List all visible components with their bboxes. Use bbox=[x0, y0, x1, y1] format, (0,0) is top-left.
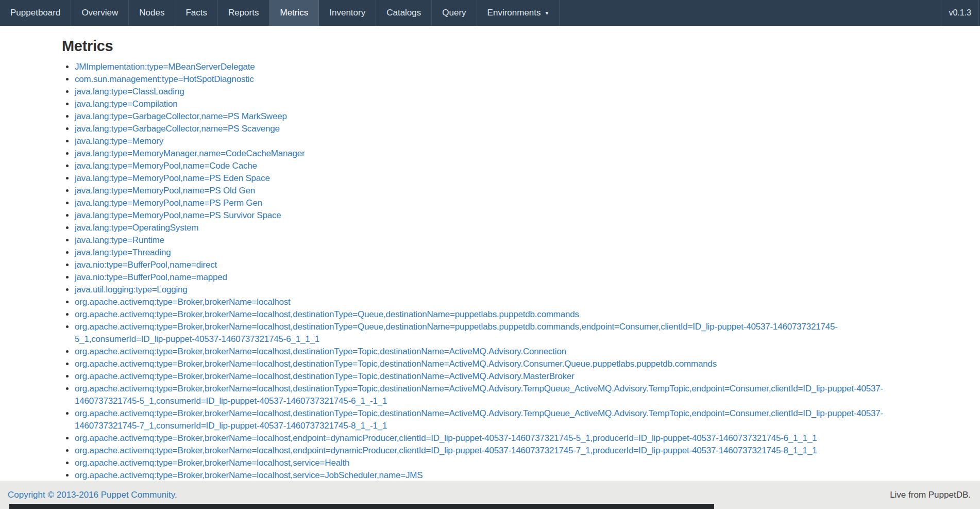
metric-list-item: java.lang:type=MemoryPool,name=PS Surviv… bbox=[75, 209, 918, 222]
metric-link[interactable]: java.nio:type=BufferPool,name=direct bbox=[75, 260, 217, 270]
metric-link[interactable]: com.sun.management:type=HotSpotDiagnosti… bbox=[75, 74, 254, 84]
metric-link[interactable]: java.lang:type=MemoryPool,name=PS Surviv… bbox=[75, 210, 281, 220]
main-content: Metrics JMImplementation:type=MBeanServe… bbox=[0, 26, 980, 509]
metric-link[interactable]: java.lang:type=ClassLoading bbox=[75, 87, 184, 96]
metric-link[interactable]: java.lang:type=MemoryPool,name=PS Old Ge… bbox=[75, 186, 255, 195]
metric-list-item: org.apache.activemq:type=Broker,brokerNa… bbox=[75, 432, 918, 445]
copyright-period: . bbox=[175, 490, 177, 500]
metric-list-item: org.apache.activemq:type=Broker,brokerNa… bbox=[75, 469, 918, 482]
metric-list-item: java.lang:type=Runtime bbox=[75, 234, 918, 247]
metrics-list: JMImplementation:type=MBeanServerDelegat… bbox=[62, 61, 918, 482]
metric-list-item: com.sun.management:type=HotSpotDiagnosti… bbox=[75, 73, 918, 86]
nav-item-nodes[interactable]: Nodes bbox=[129, 0, 175, 26]
metric-list-item: java.lang:type=ClassLoading bbox=[75, 86, 918, 98]
metric-list-item: java.lang:type=MemoryPool,name=PS Old Ge… bbox=[75, 185, 918, 197]
nav-item-reports[interactable]: Reports bbox=[218, 0, 270, 26]
metric-link[interactable]: org.apache.activemq:type=Broker,brokerNa… bbox=[75, 371, 575, 381]
metric-link[interactable]: java.lang:type=Threading bbox=[75, 248, 171, 257]
nav-item-catalogs[interactable]: Catalogs bbox=[376, 0, 432, 26]
nav-item-environments[interactable]: Environments▾ bbox=[477, 0, 560, 26]
nav-item-overview[interactable]: Overview bbox=[71, 0, 129, 26]
metric-list-item: org.apache.activemq:type=Broker,brokerNa… bbox=[75, 445, 918, 457]
metric-link[interactable]: java.lang:type=GarbageCollector,name=PS … bbox=[75, 124, 280, 134]
metric-link[interactable]: org.apache.activemq:type=Broker,brokerNa… bbox=[75, 446, 817, 455]
metric-link[interactable]: org.apache.activemq:type=Broker,brokerNa… bbox=[75, 384, 883, 406]
nav-item-query[interactable]: Query bbox=[432, 0, 477, 26]
metric-link[interactable]: org.apache.activemq:type=Broker,brokerNa… bbox=[75, 309, 579, 319]
metric-list-item: java.lang:type=MemoryPool,name=PS Perm G… bbox=[75, 197, 918, 209]
metric-link[interactable]: java.nio:type=BufferPool,name=mapped bbox=[75, 272, 227, 282]
navbar-spacer bbox=[560, 0, 941, 26]
chevron-down-icon: ▾ bbox=[546, 9, 549, 17]
metric-list-item: java.lang:type=MemoryManager,name=CodeCa… bbox=[75, 147, 918, 160]
metric-link[interactable]: org.apache.activemq:type=Broker,brokerNa… bbox=[75, 297, 291, 307]
footer-live-status: Live from PuppetDB. bbox=[890, 490, 971, 500]
metric-list-item: java.util.logging:type=Logging bbox=[75, 284, 918, 296]
metric-list-item: java.lang:type=Memory bbox=[75, 135, 918, 147]
metric-list-item: java.lang:type=MemoryPool,name=PS Eden S… bbox=[75, 172, 918, 185]
background-window-strip bbox=[9, 504, 714, 509]
metric-link[interactable]: java.lang:type=MemoryPool,name=PS Perm G… bbox=[75, 198, 262, 208]
metric-list-item: java.lang:type=GarbageCollector,name=PS … bbox=[75, 110, 918, 123]
metric-link[interactable]: org.apache.activemq:type=Broker,brokerNa… bbox=[75, 322, 838, 344]
footer-copyright: Copyright © 2013-2016 Puppet Community. bbox=[8, 490, 177, 500]
metric-link[interactable]: org.apache.activemq:type=Broker,brokerNa… bbox=[75, 347, 566, 356]
metric-link[interactable]: JMImplementation:type=MBeanServerDelegat… bbox=[75, 62, 255, 72]
metric-list-item: JMImplementation:type=MBeanServerDelegat… bbox=[75, 61, 918, 73]
metric-link[interactable]: java.lang:type=Memory bbox=[75, 136, 163, 146]
metric-list-item: java.lang:type=Compilation bbox=[75, 98, 918, 110]
metric-list-item: java.nio:type=BufferPool,name=mapped bbox=[75, 271, 918, 284]
metric-list-item: org.apache.activemq:type=Broker,brokerNa… bbox=[75, 407, 918, 432]
metric-list-item: java.lang:type=OperatingSystem bbox=[75, 222, 918, 234]
page-title: Metrics bbox=[62, 37, 918, 55]
nav-item-facts[interactable]: Facts bbox=[175, 0, 218, 26]
metric-link[interactable]: java.lang:type=MemoryManager,name=CodeCa… bbox=[75, 149, 305, 158]
metric-link[interactable]: java.lang:type=OperatingSystem bbox=[75, 223, 198, 233]
metric-list-item: org.apache.activemq:type=Broker,brokerNa… bbox=[75, 308, 918, 321]
metric-list-item: java.nio:type=BufferPool,name=direct bbox=[75, 259, 918, 271]
metric-list-item: org.apache.activemq:type=Broker,brokerNa… bbox=[75, 358, 918, 370]
nav-item-inventory[interactable]: Inventory bbox=[319, 0, 376, 26]
metric-link[interactable]: org.apache.activemq:type=Broker,brokerNa… bbox=[75, 359, 717, 369]
metric-list-item: java.lang:type=MemoryPool,name=Code Cach… bbox=[75, 160, 918, 172]
metric-link[interactable]: java.lang:type=GarbageCollector,name=PS … bbox=[75, 111, 287, 121]
metric-list-item: org.apache.activemq:type=Broker,brokerNa… bbox=[75, 346, 918, 358]
nav-item-puppetboard[interactable]: Puppetboard bbox=[0, 0, 71, 26]
metric-link[interactable]: java.lang:type=Compilation bbox=[75, 99, 177, 109]
metric-list-item: org.apache.activemq:type=Broker,brokerNa… bbox=[75, 321, 918, 346]
metric-list-item: org.apache.activemq:type=Broker,brokerNa… bbox=[75, 370, 918, 383]
metric-list-item: org.apache.activemq:type=Broker,brokerNa… bbox=[75, 457, 918, 469]
metric-link[interactable]: java.lang:type=Runtime bbox=[75, 235, 164, 245]
metric-list-item: java.lang:type=Threading bbox=[75, 247, 918, 259]
metric-link[interactable]: java.lang:type=MemoryPool,name=PS Eden S… bbox=[75, 173, 270, 183]
metric-link[interactable]: org.apache.activemq:type=Broker,brokerNa… bbox=[75, 458, 349, 468]
metric-link[interactable]: org.apache.activemq:type=Broker,brokerNa… bbox=[75, 470, 423, 480]
metric-list-item: java.lang:type=GarbageCollector,name=PS … bbox=[75, 123, 918, 135]
navbar-items: PuppetboardOverviewNodesFactsReportsMetr… bbox=[0, 0, 560, 26]
navbar: PuppetboardOverviewNodesFactsReportsMetr… bbox=[0, 0, 980, 26]
metric-link[interactable]: org.apache.activemq:type=Broker,brokerNa… bbox=[75, 433, 817, 443]
version-badge: v0.1.3 bbox=[941, 0, 979, 26]
metric-list-item: org.apache.activemq:type=Broker,brokerNa… bbox=[75, 296, 918, 308]
metric-link[interactable]: org.apache.activemq:type=Broker,brokerNa… bbox=[75, 408, 883, 431]
metric-link[interactable]: java.util.logging:type=Logging bbox=[75, 285, 187, 294]
metric-link[interactable]: java.lang:type=MemoryPool,name=Code Cach… bbox=[75, 161, 257, 171]
metric-list-item: org.apache.activemq:type=Broker,brokerNa… bbox=[75, 383, 918, 407]
copyright-link[interactable]: Copyright © 2013-2016 Puppet Community bbox=[8, 490, 175, 500]
nav-item-metrics[interactable]: Metrics bbox=[269, 0, 319, 26]
